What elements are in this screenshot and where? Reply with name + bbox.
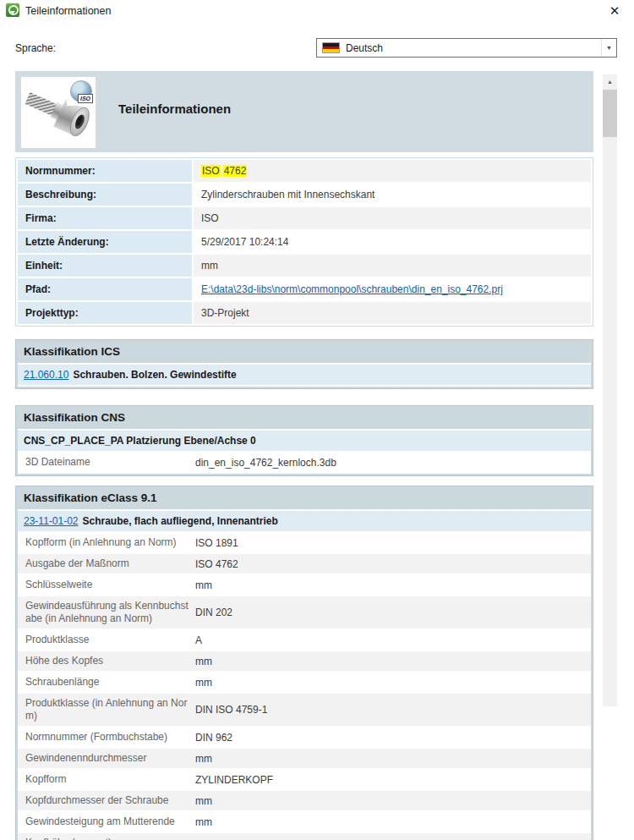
eclass-row: Normnummer (Formbuchstabe) DIN 962 (18, 727, 591, 749)
scrollbar-thumb[interactable] (603, 90, 617, 137)
eclass-row-value: ISO 4762 (195, 554, 591, 574)
eclass-row-value: DIN 202 (195, 596, 591, 629)
eclass-row: Schraubenlänge mm (18, 673, 591, 694)
eclass-row-value: ISO 1891 (195, 533, 591, 552)
cns-row-label: 3D Dateiname (18, 453, 195, 472)
eclass-row-value: DIN 962 (195, 727, 591, 747)
chevron-down-icon[interactable]: ▼ (601, 39, 616, 57)
eclass-row: Gewindesteigung am Mutterende mm (18, 812, 591, 833)
info-label: Einheit: (18, 255, 192, 277)
eclass-row-label: Schlüsselweite (18, 575, 195, 595)
info-label: Projekttyp: (18, 302, 192, 324)
eclass-row-label: Gewindesteigung am Mutterende (18, 812, 195, 832)
info-label: Letzte Änderung: (18, 231, 192, 253)
eclass-row: Kopfform ZYLINDERKOPF (18, 770, 591, 791)
project-path-link[interactable]: E:\data\23d-libs\norm\commonpool\schraub… (201, 283, 503, 295)
highlight-text: 4762 (223, 165, 248, 177)
language-dropdown[interactable]: Deutsch ▼ (316, 38, 617, 58)
eclass-row: Produktklasse (in Anlehnung an Norm) DIN… (18, 694, 591, 727)
eclass-row: Ausgabe der Maßnorm ISO 4762 (18, 554, 591, 575)
eclass-row-label: Kopfform (in Anlehnung an Norm) (18, 533, 195, 552)
eclass-row-value: A (195, 630, 591, 650)
eclass-classification-row: 23-11-01-02 Schraube, flach aufliegend, … (18, 511, 591, 533)
eclass-row-value: mm (195, 812, 591, 832)
cns-subheader: CNS_CP_PLACE_PA Platzierung Ebene/Achse … (18, 431, 591, 453)
eclass-row-label: Gewindeausführung als Kennbuchstabe (in … (18, 596, 195, 629)
window-title: Teileinformationen (25, 5, 111, 17)
info-value: Zylinderschrauben mit Innensechskant (194, 184, 591, 206)
eclass-row-label: Normnummer (Formbuchstabe) (18, 727, 195, 747)
eclass-row: Kopfform (in Anlehnung an Norm) ISO 1891 (18, 533, 591, 554)
section-klassifikation-ics: Klassifikation ICS 21.060.10 Schrauben. … (15, 339, 593, 389)
scroll-up-icon[interactable]: ▲ (603, 74, 617, 89)
highlight-text: ISO (201, 165, 221, 177)
eclass-row: Kopfhöhe (gesamt) mm (18, 833, 591, 840)
cns-row: 3D Dateiname din_en_iso_4762_kernloch.3d… (18, 453, 591, 474)
section-header: Klassifikation eClass 9.1 (16, 486, 593, 509)
eclass-row-value: mm (195, 791, 591, 810)
eclass-row: Schlüsselweite mm (18, 575, 591, 596)
iso-label: ISO (78, 94, 93, 103)
eclass-description: Schraube, flach aufliegend, Innenantrieb (83, 515, 278, 527)
info-label: Beschreibung: (18, 184, 192, 206)
part-header: ISO Teileinformationen (15, 71, 593, 152)
ics-classification-row: 21.060.10 Schrauben. Bolzen. Gewindestif… (18, 365, 591, 387)
info-value: ISO (194, 207, 591, 229)
ics-code-link[interactable]: 21.060.10 (24, 369, 68, 381)
eclass-row-label: Ausgabe der Maßnorm (18, 554, 195, 574)
section-klassifikation-eclass: Klassifikation eClass 9.1 23-11-01-02 Sc… (15, 486, 593, 840)
info-label: Pfad: (18, 278, 192, 300)
info-label: Firma: (18, 207, 192, 229)
language-selected-value: Deutsch (346, 42, 601, 54)
app-icon (6, 3, 19, 17)
eclass-row-value: ZYLINDERKOPF (195, 770, 591, 789)
section-header: Klassifikation ICS (16, 340, 593, 363)
german-flag-icon (322, 42, 340, 53)
eclass-row: Kopfdurchmesser der Schraube mm (18, 791, 591, 812)
vertical-scrollbar[interactable]: ▲ (603, 74, 617, 706)
info-value: 3D-Projekt (194, 302, 591, 324)
eclass-row-value: mm (195, 651, 591, 671)
eclass-row-label: Kopfhöhe (gesamt) (18, 833, 195, 840)
cns-row-value: din_en_iso_4762_kernloch.3db (195, 453, 591, 472)
ics-description: Schrauben. Bolzen. Gewindestifte (73, 369, 236, 381)
section-header: Klassifikation CNS (16, 406, 593, 429)
info-value-path: E:\data\23d-libs\norm\commonpool\schraub… (194, 278, 591, 300)
close-icon[interactable]: ✕ (604, 2, 626, 20)
eclass-row: Gewindeausführung als Kennbuchstabe (in … (18, 596, 591, 630)
info-label: Normnummer: (18, 160, 192, 182)
part-info-panel: ISO Teileinformationen Normnummer: ISO47… (15, 71, 593, 840)
page-title: Teileinformationen (118, 102, 231, 116)
section-klassifikation-cns: Klassifikation CNS CNS_CP_PLACE_PA Platz… (15, 405, 593, 476)
eclass-row-label: Höhe des Kopfes (18, 651, 195, 671)
language-label: Sprache: (15, 42, 56, 54)
eclass-row-value: mm (195, 749, 591, 768)
eclass-row-label: Produktklasse (in Anlehnung an Norm) (18, 694, 195, 726)
eclass-row-label: Produktklasse (18, 630, 195, 650)
eclass-row: Höhe des Kopfes mm (18, 651, 591, 673)
part-image: ISO (21, 77, 96, 148)
title-bar: Teileinformationen ✕ (0, 0, 634, 22)
eclass-row-value: mm (195, 575, 591, 595)
eclass-row: Produktklasse A (18, 630, 591, 651)
eclass-row-value: mm (195, 833, 591, 840)
eclass-row-label: Schraubenlänge (18, 673, 195, 692)
eclass-row-label: Kopfdurchmesser der Schraube (18, 791, 195, 810)
eclass-row-label: Gewindenenndurchmesser (18, 749, 195, 768)
eclass-code-link[interactable]: 23-11-01-02 (24, 515, 79, 527)
eclass-row: Gewindenenndurchmesser mm (18, 749, 591, 770)
info-value-normnummer: ISO4762 (194, 160, 591, 182)
info-value: mm (194, 255, 591, 277)
part-info-table: Normnummer: ISO4762 Beschreibung: Zylind… (15, 157, 593, 327)
eclass-row-label: Kopfform (18, 770, 195, 789)
info-value: 5/29/2017 10:24:14 (194, 231, 591, 253)
iso-globe-badge: ISO (67, 79, 94, 106)
eclass-row-value: mm (195, 673, 591, 692)
eclass-row-value: DIN ISO 4759-1 (195, 694, 591, 726)
